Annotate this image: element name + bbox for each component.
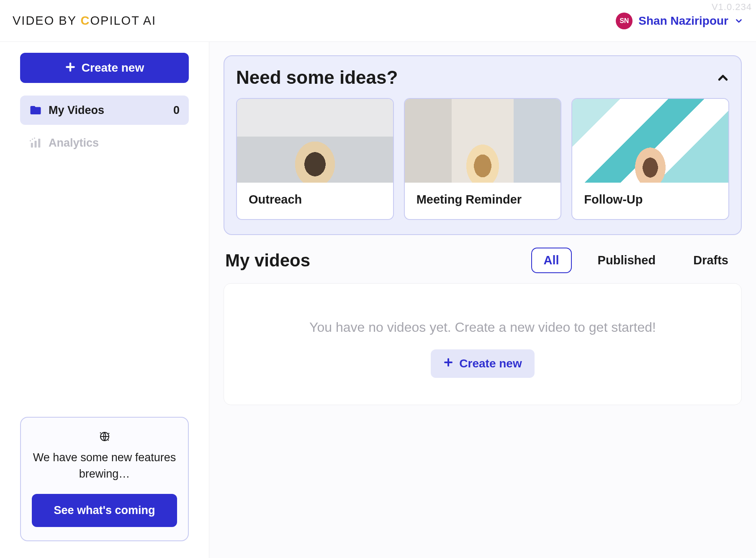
svg-rect-2 xyxy=(31,143,33,147)
filter-label: All xyxy=(544,253,559,267)
videos-title: My videos xyxy=(225,251,310,271)
svg-point-5 xyxy=(32,139,33,140)
sidebar-item-label: Analytics xyxy=(49,137,99,150)
svg-point-11 xyxy=(108,440,109,441)
idea-thumbnail xyxy=(405,99,561,183)
sidebar: Create new My Videos 0 Analytics xyxy=(0,42,209,558)
promo-card: We have some new features brewing… See w… xyxy=(20,417,189,541)
plus-icon xyxy=(443,357,453,370)
folder-icon xyxy=(29,104,42,116)
video-filters: All Published Drafts xyxy=(531,248,740,273)
sidebar-item-my-videos[interactable]: My Videos 0 xyxy=(20,96,189,125)
idea-cards: Outreach Meeting Reminder Follow-Up xyxy=(236,98,729,220)
filter-drafts[interactable]: Drafts xyxy=(681,248,740,272)
sidebar-item-count: 0 xyxy=(173,104,180,117)
ideas-panel: Need some ideas? Outreach Meeting Remind… xyxy=(224,55,742,235)
analytics-icon xyxy=(29,137,42,149)
sidebar-item-label: My Videos xyxy=(49,104,104,117)
promo-cta-label: See what's coming xyxy=(54,504,155,517)
filter-published[interactable]: Published xyxy=(586,248,668,272)
ideas-header: Need some ideas? xyxy=(236,67,729,88)
empty-state: You have no videos yet. Create a new vid… xyxy=(224,283,742,405)
app-header: VIDEO BY COPILOT AI SN Shan Naziripour V… xyxy=(0,0,756,42)
ideas-title: Need some ideas? xyxy=(236,67,398,88)
filter-label: Published xyxy=(598,253,656,267)
empty-create-button[interactable]: Create new xyxy=(431,349,534,378)
idea-card-follow-up[interactable]: Follow-Up xyxy=(571,98,729,220)
avatar: SN xyxy=(616,13,633,29)
promo-text: We have some new features brewing… xyxy=(32,450,177,482)
empty-create-label: Create new xyxy=(459,357,522,370)
user-name: Shan Naziripour xyxy=(638,14,728,28)
svg-rect-4 xyxy=(38,139,40,147)
promo-text-row: We have some new features brewing… xyxy=(32,430,177,482)
user-menu[interactable]: SN Shan Naziripour xyxy=(616,13,743,29)
logo-c: C xyxy=(81,14,90,27)
idea-thumbnail xyxy=(572,99,728,183)
sidebar-item-analytics: Analytics xyxy=(20,128,189,158)
videos-section-header: My videos All Published Drafts xyxy=(225,248,740,273)
idea-label: Follow-Up xyxy=(572,183,728,219)
svg-rect-3 xyxy=(35,141,37,147)
create-new-button[interactable]: Create new xyxy=(20,53,189,83)
sidebar-nav: My Videos 0 Analytics xyxy=(20,96,189,158)
idea-card-outreach[interactable]: Outreach xyxy=(236,98,394,220)
main-content: Need some ideas? Outreach Meeting Remind… xyxy=(209,42,756,558)
logo-prefix: VIDEO BY xyxy=(13,14,81,27)
filter-all[interactable]: All xyxy=(531,248,572,273)
plus-icon xyxy=(65,62,76,75)
chevron-up-icon[interactable] xyxy=(717,71,729,84)
chevron-down-icon xyxy=(734,16,743,26)
filter-label: Drafts xyxy=(693,253,728,267)
app-logo: VIDEO BY COPILOT AI xyxy=(13,14,156,28)
idea-label: Meeting Reminder xyxy=(405,183,561,219)
app-version: V1.0.234 xyxy=(712,2,752,13)
idea-label: Outreach xyxy=(237,183,393,219)
create-new-label: Create new xyxy=(82,61,144,75)
empty-state-text: You have no videos yet. Create a new vid… xyxy=(232,320,733,335)
logo-suffix: OPILOT AI xyxy=(90,14,156,27)
idea-card-meeting-reminder[interactable]: Meeting Reminder xyxy=(404,98,562,220)
globe-icon xyxy=(98,430,111,447)
svg-point-9 xyxy=(100,432,101,434)
svg-point-10 xyxy=(108,433,109,434)
svg-point-7 xyxy=(34,137,35,139)
idea-thumbnail xyxy=(237,99,393,183)
avatar-initials: SN xyxy=(620,17,629,25)
promo-cta-button[interactable]: See what's coming xyxy=(32,494,177,527)
svg-point-6 xyxy=(30,140,31,142)
